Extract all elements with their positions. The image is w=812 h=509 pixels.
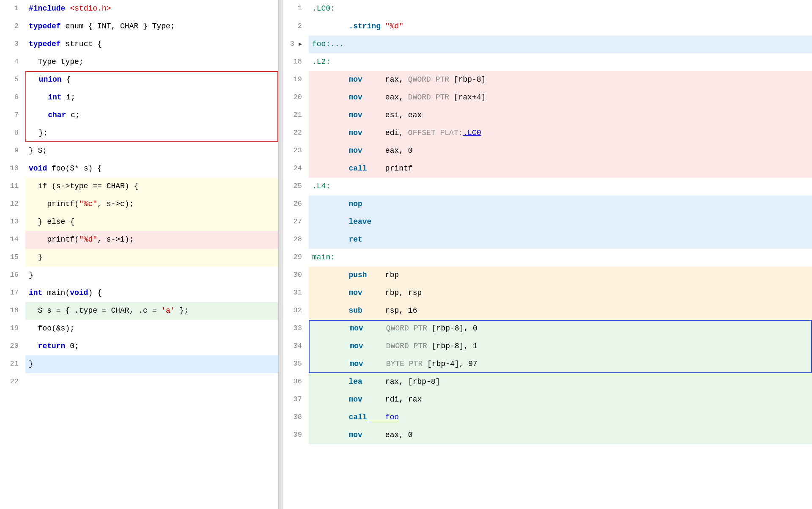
line-content: printf("%d", s->i); [25,231,278,249]
line-number: 18 [0,302,25,320]
line-number: 31 [283,284,309,302]
line-number: 13 [0,213,25,231]
line-content: mov BYTE PTR [rbp-4], 97 [309,355,812,373]
line-content: foo(&s); [25,320,278,338]
table-row: 18 S s = { .type = CHAR, .c = 'a' }; [0,302,278,320]
line-number: 5 [0,71,25,89]
line-content: mov eax, DWORD PTR [rax+4] [309,89,812,107]
line-number: 7 [0,107,25,124]
table-row: 30 push rbp [283,267,812,284]
table-row: 17int main(void) { [0,284,278,302]
line-content: mov rbp, rsp [309,284,812,302]
line-content: union { [25,71,278,89]
line-number: 20 [0,338,25,355]
line-content: mov QWORD PTR [rbp-8], 0 [309,320,812,338]
line-number: 16 [0,267,25,284]
line-number: 27 [283,213,309,231]
table-row: 26 nop [283,195,812,213]
line-number: 2 [0,18,25,36]
table-row: 6 int i; [0,89,278,107]
line-number: 8 [0,124,25,142]
line-number: 14 [0,231,25,249]
table-row: 32 sub rsp, 16 [283,302,812,320]
line-number: 2 [283,18,309,36]
line-content: mov eax, 0 [309,426,812,444]
line-number: 26 [283,195,309,213]
line-content: } [25,355,278,373]
pane-divider [279,0,283,509]
table-row: 25.L4: [283,178,812,195]
table-row: 2 .string "%d" [283,18,812,36]
table-row: 24 call printf [283,160,812,178]
line-number: 21 [283,107,309,124]
line-content: foo:... [309,36,812,53]
line-content: .LC0: [309,0,812,18]
line-content: typedef struct { [25,36,278,53]
table-row: 19 foo(&s); [0,320,278,338]
line-number: 21 [0,355,25,373]
line-content: typedef enum { INT, CHAR } Type; [25,18,278,36]
line-number: 22 [283,124,309,142]
line-content: } S; [25,142,278,160]
line-content: int main(void) { [25,284,278,302]
table-row: 28 ret [283,231,812,249]
line-content: }; [25,124,278,142]
line-number: 1 [283,0,309,18]
left-code-area: 1#include <stdio.h>2typedef enum { INT, … [0,0,278,509]
line-number: 30 [283,267,309,284]
table-row: 5 union { [0,71,278,89]
line-number: 37 [283,391,309,409]
line-number: 32 [283,302,309,320]
line-content: int i; [25,89,278,107]
line-number: 12 [0,195,25,213]
table-row: 11 if (s->type == CHAR) { [0,178,278,195]
table-row: 13 } else { [0,213,278,231]
table-row: 33 mov QWORD PTR [rbp-8], 0 [283,320,812,338]
line-number: 9 [0,142,25,160]
table-row: 16} [0,267,278,284]
line-content: mov rax, QWORD PTR [rbp-8] [309,71,812,89]
table-row: 20 return 0; [0,338,278,355]
line-number: 1 [0,0,25,18]
line-number: 3 [0,36,25,53]
line-number: 24 [283,160,309,178]
table-row: 10void foo(S* s) { [0,160,278,178]
line-content: if (s->type == CHAR) { [25,178,278,195]
table-row: 15 } [0,249,278,267]
line-number: 38 [283,409,309,426]
line-content: .L2: [309,53,812,71]
right-code-area: 1.LC0:2 .string "%d"3 ▶foo:...18.L2:19 m… [283,0,812,509]
line-number: 29 [283,249,309,267]
line-number: 25 [283,178,309,195]
line-number: 22 [0,373,25,391]
table-row: 21 mov esi, eax [283,107,812,124]
table-row: 9} S; [0,142,278,160]
table-row: 19 mov rax, QWORD PTR [rbp-8] [283,71,812,89]
line-content: push rbp [309,267,812,284]
table-row: 38 call foo [283,409,812,426]
table-row: 12 printf("%c", s->c); [0,195,278,213]
table-row: 20 mov eax, DWORD PTR [rax+4] [283,89,812,107]
line-content: return 0; [25,338,278,355]
line-number: 3 ▶ [283,36,309,53]
line-number: 19 [0,320,25,338]
table-row: 21} [0,355,278,373]
line-content: mov rdi, rax [309,391,812,409]
line-number: 23 [283,142,309,160]
table-row: 39 mov eax, 0 [283,426,812,444]
table-row: 22 [0,373,278,391]
line-content: nop [309,195,812,213]
table-row: 31 mov rbp, rsp [283,284,812,302]
line-content [25,373,278,391]
line-number: 18 [283,53,309,71]
table-row: 34 mov DWORD PTR [rbp-8], 1 [283,338,812,355]
line-content: void foo(S* s) { [25,160,278,178]
table-row: 29main: [283,249,812,267]
table-row: 37 mov rdi, rax [283,391,812,409]
line-content: mov DWORD PTR [rbp-8], 1 [309,338,812,355]
table-row: 23 mov eax, 0 [283,142,812,160]
line-content: #include <stdio.h> [25,0,278,18]
line-content: mov esi, eax [309,107,812,124]
line-number: 33 [283,320,309,338]
table-row: 2typedef enum { INT, CHAR } Type; [0,18,278,36]
